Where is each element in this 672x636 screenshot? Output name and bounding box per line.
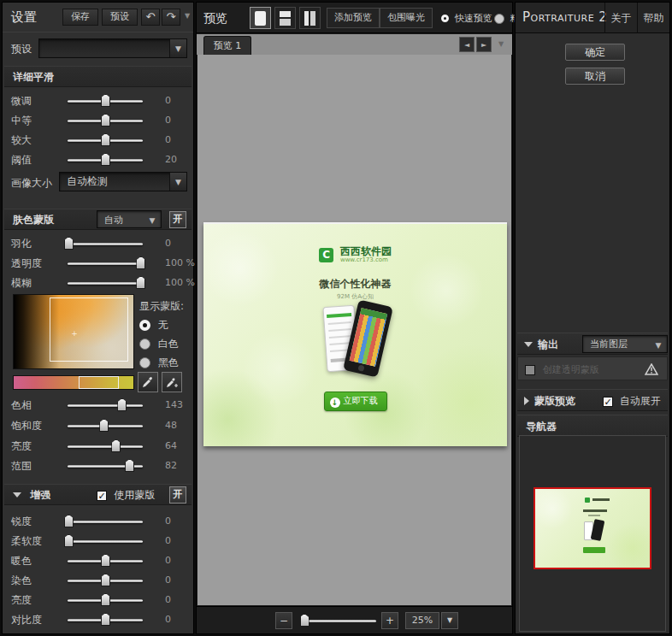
zoom-slider[interactable] [301,620,376,622]
slider-row: 对比度 0 [3,611,193,628]
expand-arrow-icon[interactable] [524,397,529,405]
slider-thumb[interactable] [101,593,110,606]
split-horizontal-button[interactable] [274,7,296,29]
radio-selected-icon[interactable] [139,320,150,331]
cancel-button[interactable]: 取消 [565,68,625,85]
slider-thumb[interactable] [64,237,74,250]
feather-slider[interactable] [68,243,143,245]
opacity-slider[interactable] [68,262,143,265]
slider-thumb[interactable] [101,554,110,567]
tab-list-chevron-icon[interactable]: ▼ [493,37,509,52]
slider-thumb[interactable] [101,613,110,626]
slider-row: 亮度 0 [3,592,193,609]
eyedropper-button[interactable] [138,372,158,392]
slider-thumb[interactable] [136,276,145,289]
tab-preview-1[interactable]: 预览 1 [203,36,251,55]
slider-thumb[interactable] [101,133,110,146]
blur-slider[interactable] [68,282,143,285]
chevron-down-icon[interactable]: ▼ [169,173,186,191]
collapse-arrow-icon[interactable] [13,492,21,498]
slider-thumb[interactable] [101,94,110,107]
slider-thumb[interactable] [101,153,110,166]
bracket-exposure-button[interactable]: 包围曝光 [380,8,433,28]
use-mask-checkbox[interactable]: ✓ 使用蒙版 [97,485,155,506]
chevron-down-icon[interactable]: ▼ [169,39,186,57]
radio-icon[interactable] [139,339,150,350]
single-view-button[interactable] [250,7,271,29]
skin-mask-on-button[interactable]: 开 [169,211,186,228]
tab-scroll-right-button[interactable]: ► [476,37,492,52]
large-slider[interactable] [68,139,143,142]
mask-mode-dropdown[interactable]: 自动 ▼ [97,210,162,228]
zoom-in-button[interactable]: + [381,612,398,629]
tab-scroll-left-button[interactable]: ◄ [459,37,475,52]
radio-icon[interactable] [139,357,150,368]
header-menu-chevron-icon[interactable]: ▼ [182,9,192,26]
about-button[interactable]: 关于 [604,3,637,33]
slider-thumb[interactable] [125,459,134,472]
checkbox-disabled-icon[interactable] [525,365,535,375]
slider-thumb[interactable] [101,114,110,127]
navigator-thumbnail[interactable] [533,487,651,569]
navigator-box[interactable] [519,435,666,632]
picker-selection-rect[interactable] [50,297,128,362]
image-size-dropdown[interactable]: 自动检测 ▼ [59,172,187,191]
save-button[interactable]: 保存 [62,9,98,26]
mask-option-black[interactable]: 黑色 [139,356,179,370]
threshold-slider[interactable] [68,159,143,162]
split-vertical-button[interactable] [299,7,321,29]
slider-thumb[interactable] [136,256,145,269]
ok-button[interactable]: 确定 [565,44,625,61]
zoom-level-value[interactable]: 25% [405,612,439,629]
output-target-dropdown[interactable]: 当前图层 ▼ [582,335,668,353]
chevron-down-icon[interactable]: ▼ [650,336,667,352]
add-preview-button[interactable]: 添加预览 [327,8,380,28]
hue-slider[interactable] [68,404,143,407]
zoom-out-button[interactable]: − [275,612,292,629]
checkbox-checked-icon[interactable]: ✓ [97,491,107,501]
tint-slider[interactable] [68,580,143,582]
slider-thumb[interactable] [64,534,74,547]
slider-thumb[interactable] [111,439,121,452]
preset-dropdown[interactable]: ▼ [38,38,187,58]
radio-icon[interactable] [494,14,504,24]
radio-selected-icon[interactable] [441,15,449,22]
chevron-down-icon[interactable]: ▼ [144,211,161,227]
mask-option-none[interactable]: 无 [139,318,168,333]
enhance-on-button[interactable]: 开 [169,486,186,504]
preview-image[interactable]: C 西西软件园 www.cr173.com 微信个性化神器 92M 仿A心知 [203,222,507,446]
slider-thumb[interactable] [64,515,74,527]
zoom-chevron-icon[interactable]: ▼ [441,612,458,629]
checkbox-checked-icon[interactable]: ✓ [603,397,613,407]
redo-icon[interactable]: ↷ [162,9,180,26]
fine-slider[interactable] [68,100,143,103]
softness-slider[interactable] [68,540,143,543]
quick-preview-radio[interactable]: 快速预览 [441,12,492,25]
hue-selection-rect[interactable] [79,376,120,389]
slider-label: 微调 [11,94,32,109]
brightness-enhance-slider[interactable] [68,599,143,602]
contrast-slider[interactable] [68,619,143,621]
warmth-slider[interactable] [68,560,143,562]
auto-expand-checkbox[interactable]: ✓ 自动展开 [603,390,661,412]
skin-tone-picker[interactable]: + [13,294,134,369]
slider-thumb[interactable] [300,614,309,627]
collapse-arrow-icon[interactable] [524,342,533,347]
mask-option-white[interactable]: 白色 [139,337,179,351]
preview-viewport[interactable]: C 西西软件园 www.cr173.com 微信个性化神器 92M 仿A心知 [197,55,511,605]
slider-thumb[interactable] [99,419,109,432]
download-button[interactable]: ↓立即下载 [324,392,387,411]
slider-value: 64 [165,440,177,451]
help-button[interactable]: 帮助 [637,3,669,33]
eyedropper-add-button[interactable] [162,372,182,392]
sharpness-slider[interactable] [68,521,143,523]
slider-thumb[interactable] [117,398,127,411]
range-slider[interactable] [68,465,143,468]
slider-thumb[interactable] [101,574,110,586]
brightness-slider[interactable] [68,445,143,448]
hue-range-bar[interactable] [13,375,134,390]
preset-button[interactable]: 预设 [102,9,138,26]
medium-slider[interactable] [68,120,143,122]
saturation-slider[interactable] [68,425,143,427]
undo-icon[interactable]: ↶ [141,9,160,26]
